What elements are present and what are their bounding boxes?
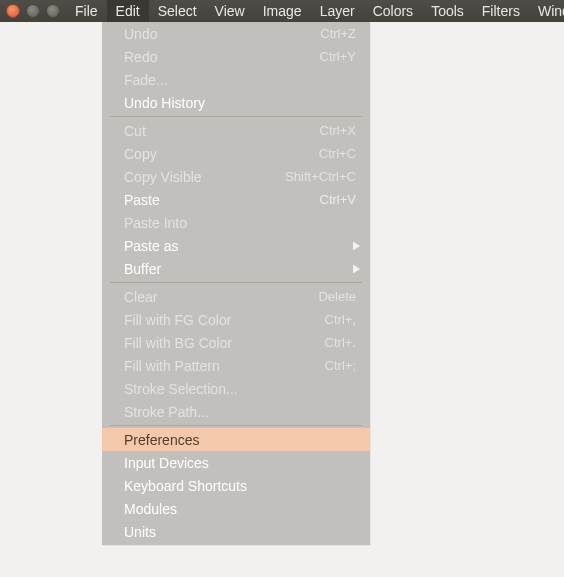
menu-item-input-devices[interactable]: Input Devices xyxy=(102,451,370,474)
menu-item-paste-as[interactable]: Paste as xyxy=(102,234,370,257)
menubar-item-colors[interactable]: Colors xyxy=(364,0,422,22)
svg-marker-1 xyxy=(353,264,360,273)
menu-item-shortcut: Delete xyxy=(318,289,356,304)
menu-item-shortcut: Ctrl+Y xyxy=(320,49,356,64)
menu-item-label: Preferences xyxy=(124,432,356,448)
menu-item-label: Stroke Path... xyxy=(124,404,356,420)
menu-item-keyboard-shortcuts[interactable]: Keyboard Shortcuts xyxy=(102,474,370,497)
menu-item-shortcut: Ctrl+. xyxy=(325,335,356,350)
menu-item-fade: Fade... xyxy=(102,68,370,91)
menubar-item-edit[interactable]: Edit xyxy=(107,0,149,22)
close-icon[interactable] xyxy=(6,4,20,18)
menubar-item-image[interactable]: Image xyxy=(254,0,311,22)
menu-item-clear: ClearDelete xyxy=(102,285,370,308)
menu-separator xyxy=(110,116,362,117)
menu-item-units[interactable]: Units xyxy=(102,520,370,543)
menu-item-label: Fill with Pattern xyxy=(124,358,313,374)
menu-item-label: Copy xyxy=(124,146,307,162)
menubar-item-file[interactable]: File xyxy=(66,0,107,22)
menu-item-buffer[interactable]: Buffer xyxy=(102,257,370,280)
chevron-right-icon xyxy=(353,264,360,273)
menu-item-label: Buffer xyxy=(124,261,356,277)
menu-item-label: Keyboard Shortcuts xyxy=(124,478,356,494)
menu-item-cut: CutCtrl+X xyxy=(102,119,370,142)
menu-item-shortcut: Ctrl+Z xyxy=(320,26,356,41)
svg-marker-0 xyxy=(353,241,360,250)
menu-item-label: Fill with BG Color xyxy=(124,335,313,351)
maximize-icon[interactable] xyxy=(46,4,60,18)
chevron-right-icon xyxy=(353,241,360,250)
window-controls xyxy=(4,4,66,18)
menu-item-copy-visible: Copy VisibleShift+Ctrl+C xyxy=(102,165,370,188)
menu-separator xyxy=(110,425,362,426)
menu-item-shortcut: Ctrl+, xyxy=(325,312,356,327)
workspace: UndoCtrl+ZRedoCtrl+YFade...Undo HistoryC… xyxy=(0,22,564,577)
menu-item-stroke-selection: Stroke Selection... xyxy=(102,377,370,400)
menu-item-label: Paste xyxy=(124,192,308,208)
menu-item-shortcut: Ctrl+V xyxy=(320,192,356,207)
menubar-item-filters[interactable]: Filters xyxy=(473,0,529,22)
menubar-item-select[interactable]: Select xyxy=(149,0,206,22)
menu-item-undo-history[interactable]: Undo History xyxy=(102,91,370,114)
menubar-item-windows[interactable]: Windows xyxy=(529,0,564,22)
menu-item-copy: CopyCtrl+C xyxy=(102,142,370,165)
minimize-icon[interactable] xyxy=(26,4,40,18)
menubar: FileEditSelectViewImageLayerColorsToolsF… xyxy=(0,0,564,22)
menu-item-label: Undo xyxy=(124,26,308,42)
menu-item-label: Cut xyxy=(124,123,308,139)
menu-item-label: Modules xyxy=(124,501,356,517)
menu-item-label: Input Devices xyxy=(124,455,356,471)
menu-item-redo: RedoCtrl+Y xyxy=(102,45,370,68)
menu-item-label: Redo xyxy=(124,49,308,65)
menubar-item-layer[interactable]: Layer xyxy=(311,0,364,22)
menu-item-label: Paste as xyxy=(124,238,356,254)
menu-item-label: Copy Visible xyxy=(124,169,273,185)
menu-item-shortcut: Ctrl+X xyxy=(320,123,356,138)
menu-item-stroke-path: Stroke Path... xyxy=(102,400,370,423)
menu-item-label: Paste Into xyxy=(124,215,356,231)
menubar-item-view[interactable]: View xyxy=(206,0,254,22)
menu-item-label: Undo History xyxy=(124,95,356,111)
menu-item-shortcut: Shift+Ctrl+C xyxy=(285,169,356,184)
menu-item-label: Units xyxy=(124,524,356,540)
menu-item-label: Fade... xyxy=(124,72,356,88)
menu-separator xyxy=(110,282,362,283)
menu-item-fill-with-pattern: Fill with PatternCtrl+; xyxy=(102,354,370,377)
menubar-item-tools[interactable]: Tools xyxy=(422,0,473,22)
menu-item-paste-into: Paste Into xyxy=(102,211,370,234)
menu-item-fill-with-fg-color: Fill with FG ColorCtrl+, xyxy=(102,308,370,331)
menu-item-label: Clear xyxy=(124,289,306,305)
menu-item-modules[interactable]: Modules xyxy=(102,497,370,520)
menu-item-label: Fill with FG Color xyxy=(124,312,313,328)
menu-item-shortcut: Ctrl+; xyxy=(325,358,356,373)
menu-item-label: Stroke Selection... xyxy=(124,381,356,397)
menu-item-preferences[interactable]: Preferences xyxy=(102,428,370,451)
menu-item-paste[interactable]: PasteCtrl+V xyxy=(102,188,370,211)
menu-item-undo: UndoCtrl+Z xyxy=(102,22,370,45)
menu-item-fill-with-bg-color: Fill with BG ColorCtrl+. xyxy=(102,331,370,354)
edit-menu-dropdown: UndoCtrl+ZRedoCtrl+YFade...Undo HistoryC… xyxy=(102,22,370,545)
menu-item-shortcut: Ctrl+C xyxy=(319,146,356,161)
